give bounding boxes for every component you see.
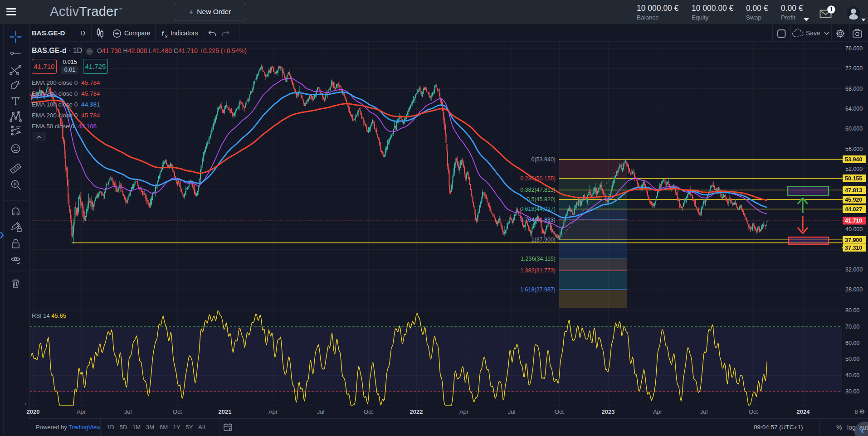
svg-text:44.027: 44.027: [845, 206, 862, 213]
svg-text:Oct: Oct: [749, 408, 758, 415]
svg-text:45.920: 45.920: [845, 197, 862, 203]
svg-text:32.000: 32.000: [845, 266, 863, 273]
svg-text:RSI 14 45.65: RSI 14 45.65: [32, 312, 66, 319]
svg-text:Jul: Jul: [508, 408, 516, 415]
svg-text:76.000: 76.000: [845, 45, 863, 52]
svg-text:2024: 2024: [797, 408, 810, 415]
svg-text:30.00: 30.00: [845, 388, 859, 395]
svg-text:2020: 2020: [27, 408, 40, 415]
svg-text:Jul: Jul: [700, 408, 708, 415]
svg-text:1.618(27.987): 1.618(27.987): [520, 286, 556, 293]
svg-text:‹: ‹: [25, 401, 27, 407]
svg-text:60.00: 60.00: [845, 340, 859, 346]
svg-text:80.00: 80.00: [845, 307, 859, 314]
svg-text:37.310: 37.310: [845, 245, 862, 251]
svg-text:70.00: 70.00: [845, 324, 859, 330]
svg-text:50.155: 50.155: [845, 175, 862, 182]
svg-text:68.000: 68.000: [845, 86, 863, 92]
svg-text:47.813: 47.813: [845, 187, 862, 194]
svg-text:37.900: 37.900: [845, 237, 862, 243]
svg-text:0(53.940): 0(53.940): [531, 156, 556, 163]
svg-text:Jul: Jul: [317, 408, 325, 415]
svg-text:72.000: 72.000: [845, 65, 863, 72]
svg-text:Oct: Oct: [173, 408, 182, 415]
svg-text:50.00: 50.00: [845, 356, 859, 362]
svg-text:Apr: Apr: [268, 408, 278, 415]
svg-text:2022: 2022: [410, 408, 423, 415]
svg-text:1.236(34.115): 1.236(34.115): [521, 256, 556, 262]
svg-text:64.000: 64.000: [845, 106, 863, 112]
svg-text:Apr: Apr: [459, 408, 469, 415]
svg-text:52.000: 52.000: [845, 166, 863, 172]
svg-text:40.000: 40.000: [845, 226, 863, 233]
svg-text:56.000: 56.000: [845, 146, 863, 152]
svg-text:1.382(31.773): 1.382(31.773): [520, 267, 556, 274]
svg-text:Oct: Oct: [555, 408, 564, 415]
svg-text:40.00: 40.00: [845, 372, 859, 378]
svg-text:1(37.900): 1(37.900): [531, 237, 556, 243]
svg-text:2021: 2021: [219, 408, 232, 415]
svg-text:2023: 2023: [602, 408, 615, 415]
svg-text:Apr: Apr: [653, 408, 663, 415]
svg-text:60.000: 60.000: [845, 126, 863, 132]
svg-text:41.710: 41.710: [845, 218, 862, 224]
svg-text:x: x: [165, 34, 168, 39]
svg-text:Jul: Jul: [124, 408, 132, 415]
svg-text:53.940: 53.940: [845, 156, 862, 163]
svg-text:Oct: Oct: [364, 408, 373, 415]
svg-text:28.000: 28.000: [845, 286, 863, 293]
svg-text:8: 8: [854, 408, 858, 415]
svg-text:Apr: Apr: [77, 408, 86, 415]
svg-text:1: 1: [830, 6, 833, 13]
svg-text:f: f: [161, 29, 165, 38]
